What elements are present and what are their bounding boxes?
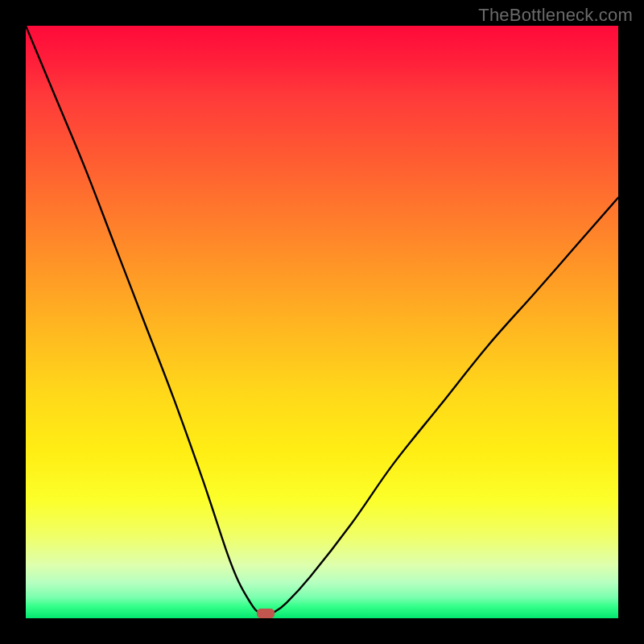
plot-area <box>26 26 618 618</box>
minimum-marker-icon <box>257 609 275 618</box>
chart-frame: TheBottleneck.com <box>0 0 644 644</box>
bottleneck-curve <box>26 26 618 613</box>
watermark-text: TheBottleneck.com <box>478 5 633 26</box>
bottleneck-curve-svg <box>26 26 618 618</box>
